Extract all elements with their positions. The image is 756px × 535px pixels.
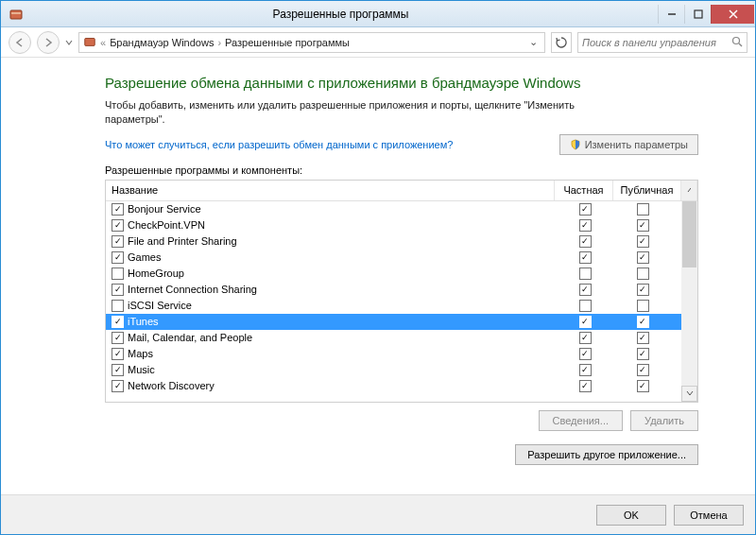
breadcrumb-item-2[interactable]: Разрешенные программы xyxy=(225,37,350,48)
scrollbar[interactable] xyxy=(681,201,697,402)
search-box[interactable] xyxy=(577,32,747,53)
window-title: Разрешенные программы xyxy=(24,8,658,21)
checkbox-public[interactable] xyxy=(637,268,649,280)
scrollbar-thumb[interactable] xyxy=(682,201,696,268)
chevron-right-icon: › xyxy=(217,37,221,48)
allow-another-app-button[interactable]: Разрешить другое приложение... xyxy=(515,444,698,465)
page-description: Чтобы добавить, изменить или удалить раз… xyxy=(105,98,634,127)
checkbox-enabled[interactable] xyxy=(112,316,124,328)
checkbox-private[interactable] xyxy=(579,364,592,376)
checkbox-private[interactable] xyxy=(579,332,592,344)
breadcrumb-item-1[interactable]: Брандмауэр Windows xyxy=(110,37,214,48)
scroll-up-top-button[interactable] xyxy=(681,181,697,200)
table-row[interactable]: File and Printer Sharing xyxy=(106,233,681,250)
page-heading: Разрешение обмена данными с приложениями… xyxy=(105,75,698,91)
table-row[interactable]: HomeGroup xyxy=(106,266,681,282)
close-button[interactable] xyxy=(711,5,754,24)
checkbox-public[interactable] xyxy=(637,348,649,360)
forward-button[interactable] xyxy=(37,31,60,54)
checkbox-enabled[interactable] xyxy=(112,219,124,232)
checkbox-public[interactable] xyxy=(637,203,649,216)
titlebar: Разрешенные программы xyxy=(1,1,755,27)
checkbox-enabled[interactable] xyxy=(112,332,124,344)
help-link[interactable]: Что может случиться, если разрешить обме… xyxy=(105,139,453,150)
svg-rect-1 xyxy=(11,12,21,14)
table-row[interactable]: Network Discovery xyxy=(106,378,681,394)
checkbox-private[interactable] xyxy=(579,348,592,360)
checkbox-enabled[interactable] xyxy=(112,380,124,392)
breadcrumb-dropdown-icon[interactable]: ⌄ xyxy=(526,36,541,48)
checkbox-enabled[interactable] xyxy=(112,268,124,280)
column-public[interactable]: Публичная xyxy=(613,181,681,200)
refresh-button[interactable] xyxy=(551,32,572,53)
checkbox-enabled[interactable] xyxy=(112,251,124,264)
table-row[interactable]: CheckPoint.VPN xyxy=(106,217,681,233)
panel-buttons: Сведения... Удалить xyxy=(105,410,698,431)
scroll-down-button[interactable] xyxy=(681,386,697,402)
table-row[interactable]: Music xyxy=(106,362,681,378)
checkbox-enabled[interactable] xyxy=(112,235,124,248)
checkbox-public[interactable] xyxy=(637,284,649,296)
change-settings-button[interactable]: Изменить параметры xyxy=(559,134,698,155)
checkbox-private[interactable] xyxy=(579,284,592,296)
window-controls xyxy=(658,5,754,24)
checkbox-public[interactable] xyxy=(637,364,649,376)
row-name: Network Discovery xyxy=(128,380,560,391)
checkbox-enabled[interactable] xyxy=(112,364,124,376)
search-input[interactable] xyxy=(582,37,731,48)
remove-button[interactable]: Удалить xyxy=(630,410,698,431)
details-button[interactable]: Сведения... xyxy=(539,410,623,431)
checkbox-private[interactable] xyxy=(579,268,592,280)
checkbox-enabled[interactable] xyxy=(112,348,124,360)
checkbox-private[interactable] xyxy=(579,380,592,392)
table-row[interactable]: Mail, Calendar, and People xyxy=(106,330,681,346)
footer: OK Отмена xyxy=(1,494,755,534)
checkbox-public[interactable] xyxy=(637,300,649,312)
table-row[interactable]: Bonjour Service xyxy=(106,201,681,217)
checkbox-private[interactable] xyxy=(579,300,592,312)
maximize-button[interactable] xyxy=(684,5,711,24)
shield-icon xyxy=(570,139,581,150)
row-name: Bonjour Service xyxy=(128,203,560,215)
checkbox-private[interactable] xyxy=(579,316,592,328)
app-icon-small xyxy=(83,35,96,50)
table-row[interactable]: Maps xyxy=(106,346,681,362)
ok-button[interactable]: OK xyxy=(596,505,666,526)
checkbox-private[interactable] xyxy=(579,219,592,232)
minimize-button[interactable] xyxy=(658,5,684,24)
scrollbar-track[interactable] xyxy=(681,201,697,386)
checkbox-public[interactable] xyxy=(637,251,649,264)
row-name: Maps xyxy=(128,348,560,359)
checkbox-public[interactable] xyxy=(637,235,649,248)
row-name: CheckPoint.VPN xyxy=(128,219,560,231)
checkbox-enabled[interactable] xyxy=(112,284,124,296)
navbar: « Брандмауэр Windows › Разрешенные прогр… xyxy=(1,27,755,58)
checkbox-public[interactable] xyxy=(637,332,649,344)
checkbox-private[interactable] xyxy=(579,235,592,248)
row-name: iTunes xyxy=(128,316,560,327)
table-row[interactable]: iSCSI Service xyxy=(106,298,681,314)
checkbox-public[interactable] xyxy=(637,316,649,328)
column-private[interactable]: Частная xyxy=(555,181,613,200)
table-row[interactable]: Internet Connection Sharing xyxy=(106,282,681,298)
window: Разрешенные программы « Брандмауэр Windo… xyxy=(0,0,756,535)
column-name[interactable]: Название xyxy=(106,181,555,200)
app-list-panel: Название Частная Публичная Bonjour Servi… xyxy=(105,180,698,403)
breadcrumb[interactable]: « Брандмауэр Windows › Разрешенные прогр… xyxy=(78,32,545,53)
checkbox-public[interactable] xyxy=(637,219,649,232)
group-label: Разрешенные программы и компоненты: xyxy=(105,164,698,176)
search-icon[interactable] xyxy=(731,36,743,49)
checkbox-enabled[interactable] xyxy=(112,300,124,312)
row-name: Music xyxy=(128,364,560,375)
table-row[interactable]: Games xyxy=(106,250,681,266)
table-row[interactable]: iTunes xyxy=(106,314,681,330)
checkbox-enabled[interactable] xyxy=(112,203,124,216)
back-button[interactable] xyxy=(9,31,31,54)
breadcrumb-prefix: « xyxy=(100,37,106,48)
cancel-button[interactable]: Отмена xyxy=(674,505,744,526)
row-name: Mail, Calendar, and People xyxy=(128,332,560,343)
checkbox-private[interactable] xyxy=(579,203,592,216)
checkbox-public[interactable] xyxy=(637,380,649,392)
history-dropdown-icon[interactable] xyxy=(65,37,73,48)
checkbox-private[interactable] xyxy=(579,251,592,264)
